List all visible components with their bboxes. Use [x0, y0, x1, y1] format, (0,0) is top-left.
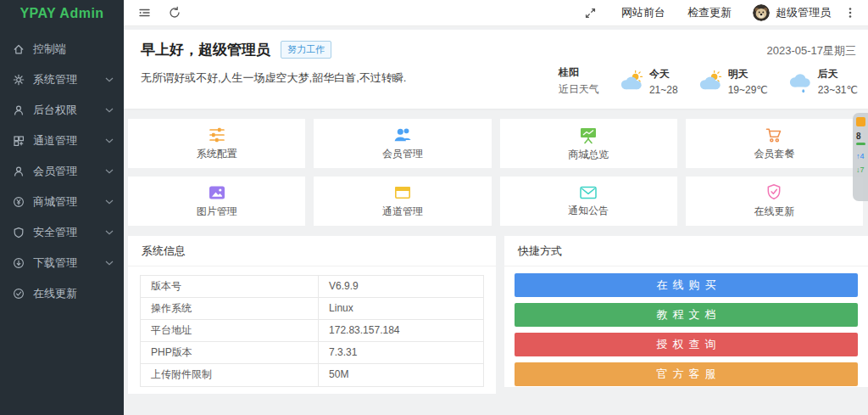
more-menu-icon[interactable]: [844, 6, 856, 20]
chevron-down-icon: [105, 138, 114, 143]
sidebar: YPAY Admin 控制端 系统管理 后台权限: [0, 0, 124, 415]
card-image-manage[interactable]: 图片管理: [128, 177, 305, 226]
collapse-menu-icon[interactable]: [137, 6, 151, 20]
card-channel-manage[interactable]: 通道管理: [314, 177, 491, 226]
envelope-icon: [578, 185, 598, 200]
card-notice[interactable]: 通知公告: [500, 177, 677, 226]
main-content: 早上好，超级管理员 努力工作 2023-05-17星期三 无所谓好或不好,人生一…: [124, 26, 868, 415]
sidebar-item-mall[interactable]: 商城管理: [0, 187, 124, 217]
greeting-title-row: 早上好，超级管理员 努力工作: [141, 40, 331, 59]
sidebar-item-channels[interactable]: 通道管理: [0, 126, 124, 156]
weather-widget: 桂阳 近日天气 今天 21~28 明天 19~29℃: [559, 65, 858, 97]
chevron-down-icon: [105, 230, 114, 235]
table-row: 版本号 V6.9.9: [141, 276, 483, 298]
sidebar-item-downloads[interactable]: 下载管理: [0, 248, 124, 278]
cart-icon: [764, 126, 784, 143]
chevron-down-icon: [105, 169, 114, 174]
buy-online-button[interactable]: 在线购买: [515, 273, 858, 297]
download-circle-icon: [13, 257, 25, 269]
card-online-update[interactable]: 在线更新: [686, 177, 863, 226]
user-icon: [13, 165, 25, 177]
rain-cloud-icon: [787, 70, 814, 93]
user-icon: [13, 104, 25, 116]
license-query-button[interactable]: 授权查询: [515, 333, 858, 356]
greeting-subtitle: 无所谓好或不好,人生一场虚空大梦,韶华白首,不过转瞬.: [141, 70, 406, 86]
image-icon: [207, 184, 227, 201]
topbar: 网站前台 检查更新 超级管理员: [124, 0, 868, 26]
check-update-link[interactable]: 检查更新: [676, 5, 743, 20]
card-mall-overview[interactable]: 商城总览: [500, 119, 677, 168]
sidebar-item-system[interactable]: 系统管理: [0, 64, 124, 95]
chevron-down-icon: [105, 261, 114, 266]
current-user[interactable]: 超级管理员: [776, 5, 831, 20]
weather-city: 桂阳 近日天气: [559, 65, 599, 97]
table-row: PHP版本 7.3.31: [141, 342, 483, 364]
home-icon: [13, 43, 25, 55]
presentation-board-icon: [578, 126, 598, 144]
sidebar-menu: 控制端 系统管理 后台权限 通道管理: [0, 34, 124, 309]
avatar[interactable]: [753, 4, 770, 21]
refresh-icon[interactable]: [168, 6, 181, 20]
shortcut-cards: 系统配置 会员管理 商城总览 会员套餐 图片管理: [128, 119, 863, 226]
sidebar-item-online-update[interactable]: 在线更新: [0, 278, 124, 309]
sidebar-item-admin-perms[interactable]: 后台权限: [0, 95, 124, 126]
weather-day-tomorrow: 明天 19~29℃: [697, 67, 768, 96]
widget-app-icon: [856, 117, 865, 126]
official-support-button[interactable]: 官方客服: [515, 362, 858, 386]
system-info-table: 版本号 V6.9.9 操作系统 Linux 平台地址 172.83.157.18…: [140, 275, 484, 387]
sidebar-item-console[interactable]: 控制端: [0, 34, 124, 64]
sidebar-item-members[interactable]: 会员管理: [0, 156, 124, 187]
check-circle-icon: [13, 288, 25, 300]
status-badge: 努力工作: [281, 41, 331, 59]
system-info-title: 系统信息: [128, 236, 496, 266]
tutorial-docs-button[interactable]: 教程文档: [515, 303, 858, 327]
partly-cloudy-icon: [618, 70, 645, 93]
card-system-config[interactable]: 系统配置: [128, 119, 305, 168]
widget-down-stat: ↓7: [856, 165, 868, 174]
weather-day-today: 今天 21~28: [618, 67, 678, 96]
greeting-panel: 早上好，超级管理员 努力工作 2023-05-17星期三 无所谓好或不好,人生一…: [124, 30, 868, 109]
card-member-plans[interactable]: 会员套餐: [686, 119, 863, 168]
yen-circle-icon: [13, 196, 25, 208]
widget-score: 8: [856, 132, 868, 141]
fullscreen-icon[interactable]: [584, 7, 597, 20]
sliders-icon: [207, 126, 227, 143]
table-row: 操作系统 Linux: [141, 298, 483, 320]
system-info-panel: 系统信息 版本号 V6.9.9 操作系统 Linux 平台地址 172.83.1…: [128, 236, 496, 394]
shield-icon: [13, 227, 25, 238]
channels-icon: [13, 135, 25, 147]
widget-progress-bar: [856, 143, 865, 145]
chevron-down-icon: [105, 199, 114, 205]
shield-check-icon: [765, 183, 783, 201]
quick-shortcuts-list: 在线购买 教程文档 授权查询 官方客服: [504, 266, 868, 386]
greeting-title: 早上好，超级管理员: [141, 40, 270, 59]
quick-shortcuts-title: 快捷方式: [504, 236, 868, 266]
partly-cloudy-icon: [697, 70, 724, 93]
sidebar-item-security[interactable]: 安全管理: [0, 217, 124, 248]
table-row: 平台地址 172.83.157.184: [141, 320, 483, 342]
card-member-manage[interactable]: 会员管理: [314, 119, 491, 168]
users-icon: [392, 126, 413, 143]
chevron-down-icon: [105, 108, 114, 113]
weather-day-after: 后天 23~31℃: [787, 67, 858, 96]
quick-shortcuts-panel: 快捷方式 在线购买 教程文档 授权查询 官方客服: [504, 236, 868, 387]
current-date: 2023-05-17星期三: [767, 43, 857, 59]
chevron-down-icon: [105, 77, 114, 82]
gear-icon: [13, 74, 25, 86]
window-icon: [392, 184, 413, 201]
floating-widget[interactable]: 8 ↑4 ↓7: [853, 113, 868, 201]
frontend-link[interactable]: 网站前台: [610, 5, 676, 20]
widget-up-stat: ↑4: [856, 152, 868, 160]
app-logo: YPAY Admin: [0, 0, 124, 27]
table-row: 上传附件限制 50M: [141, 364, 483, 386]
topbar-right: 网站前台 检查更新 超级管理员: [584, 4, 861, 21]
